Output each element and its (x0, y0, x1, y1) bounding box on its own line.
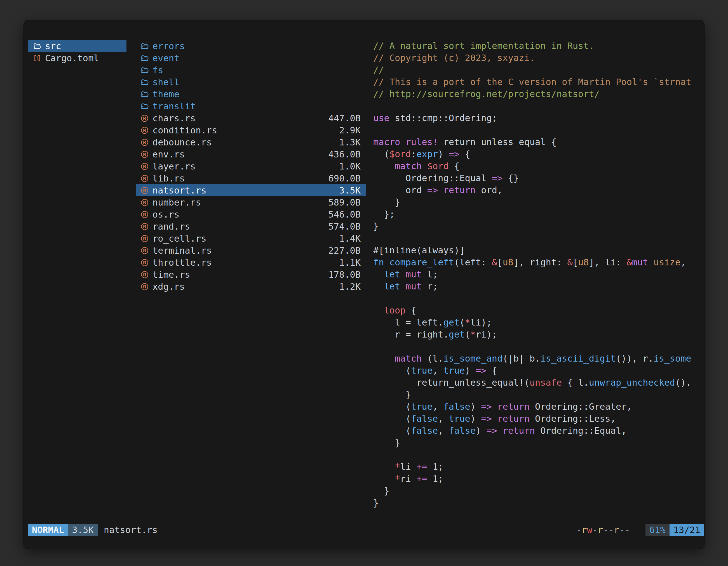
file-size: 1.0K (339, 161, 361, 172)
rust-icon: R (140, 259, 149, 267)
folder-icon (140, 90, 149, 98)
file-row[interactable]: translit (136, 100, 366, 112)
file-row[interactable]: Ros.rs546.0B (136, 208, 366, 220)
svg-text:R: R (143, 200, 147, 205)
file-row[interactable]: Rchars.rs447.0B (136, 112, 366, 124)
file-row[interactable]: Rnatsort.rs3.5K (136, 184, 366, 196)
file-name: natsort.rs (152, 185, 206, 196)
file-name: ro_cell.rs (152, 233, 206, 244)
file-row[interactable]: errors (136, 40, 366, 52)
svg-text:R: R (143, 248, 147, 253)
rust-icon: R (140, 222, 149, 231)
terminal-window: srcCargo.toml errorseventfsshellthemetra… (24, 20, 704, 549)
file-name: fs (152, 65, 163, 76)
file-name: env.rs (152, 149, 185, 160)
file-name: Cargo.toml (45, 53, 99, 64)
preview-pane: // A natural sort implementation in Rust… (373, 40, 704, 524)
svg-text:R: R (143, 236, 147, 241)
file-name: xdg.rs (152, 281, 185, 292)
status-bar: NORMAL 3.5K natsort.rs -rw-r--r-- 61% 13… (28, 524, 704, 536)
svg-text:R: R (143, 224, 147, 229)
parent-pane: srcCargo.toml (28, 40, 126, 524)
code-preview: // A natural sort implementation in Rust… (373, 40, 704, 509)
file-name: rand.rs (152, 221, 190, 232)
file-name: os.rs (152, 209, 179, 220)
svg-text:R: R (143, 116, 147, 121)
file-row[interactable]: src (28, 40, 126, 52)
file-name: condition.rs (152, 125, 217, 136)
rust-icon: R (140, 150, 149, 159)
file-name: event (152, 53, 179, 64)
folder-icon (33, 42, 41, 50)
file-name: lib.rs (152, 173, 185, 184)
file-row[interactable]: Rdebounce.rs1.3K (136, 136, 366, 148)
file-size: 574.0B (328, 221, 361, 232)
file-size: 2.9K (339, 125, 361, 136)
permissions: -rw-r--r-- (576, 525, 630, 535)
rust-icon: R (140, 162, 149, 171)
svg-text:R: R (143, 140, 147, 145)
rust-icon: R (140, 174, 149, 183)
file-name: src (45, 41, 61, 51)
file-name: theme (152, 89, 179, 100)
rust-icon: R (140, 271, 149, 279)
rust-icon: R (140, 247, 149, 255)
file-row[interactable]: Rterminal.rs227.0B (136, 245, 366, 257)
file-row[interactable]: Cargo.toml (28, 52, 126, 64)
file-row[interactable]: Rthrottle.rs1.1K (136, 257, 366, 269)
file-row[interactable]: fs (136, 64, 366, 76)
svg-text:R: R (143, 128, 147, 133)
rust-icon: R (140, 283, 149, 291)
file-size: 1.2K (339, 281, 361, 292)
rust-icon: R (140, 138, 149, 147)
file-row[interactable]: Rro_cell.rs1.4K (136, 233, 366, 245)
folder-icon (140, 78, 149, 86)
file-list-pane: errorseventfsshellthemetranslitRchars.rs… (136, 40, 366, 524)
cursor-position-badge: 13/21 (670, 524, 704, 536)
file-name: chars.rs (152, 113, 196, 124)
rust-icon: R (140, 210, 149, 219)
file-size: 1.3K (339, 137, 361, 148)
file-name: time.rs (152, 269, 190, 280)
pane-divider (369, 28, 369, 523)
rust-icon: R (140, 234, 149, 243)
svg-text:R: R (143, 164, 147, 169)
file-name: number.rs (152, 197, 201, 208)
screen: { "colors": { "selection_bg": "#2b5c8e",… (0, 0, 728, 566)
file-row[interactable]: Rtime.rs178.0B (136, 269, 366, 281)
file-row[interactable]: event (136, 52, 366, 64)
file-size: 3.5K (339, 185, 361, 196)
file-row[interactable]: theme (136, 88, 366, 100)
file-row[interactable]: Renv.rs436.0B (136, 148, 366, 160)
file-size: 1.4K (339, 233, 361, 244)
file-name: shell (152, 77, 179, 88)
svg-text:R: R (143, 152, 147, 157)
file-size: 589.0B (328, 197, 361, 208)
toml-icon (33, 54, 41, 62)
file-row[interactable]: Rxdg.rs1.2K (136, 281, 366, 292)
rust-icon: R (140, 114, 149, 123)
svg-text:R: R (143, 188, 147, 193)
file-row[interactable]: Rrand.rs574.0B (136, 220, 366, 233)
svg-text:R: R (143, 212, 147, 217)
scroll-percent-badge: 61% (645, 524, 670, 536)
rust-icon: R (140, 126, 149, 135)
svg-text:R: R (143, 284, 147, 289)
file-row[interactable]: Rlayer.rs1.0K (136, 160, 366, 172)
rust-icon: R (140, 198, 149, 207)
file-name: debounce.rs (152, 137, 212, 148)
mode-badge: NORMAL (28, 524, 68, 536)
file-row[interactable]: Rcondition.rs2.9K (136, 124, 366, 136)
file-row[interactable]: shell (136, 76, 366, 88)
folder-icon (140, 42, 149, 50)
file-row[interactable]: Rlib.rs690.0B (136, 172, 366, 184)
rust-icon: R (140, 186, 149, 195)
folder-icon (140, 66, 149, 74)
file-size: 227.0B (328, 245, 361, 256)
status-left: NORMAL 3.5K natsort.rs (28, 524, 158, 536)
svg-text:R: R (143, 260, 147, 265)
file-name: translit (152, 101, 196, 112)
status-filename: natsort.rs (104, 525, 158, 535)
file-row[interactable]: Rnumber.rs589.0B (136, 196, 366, 208)
folder-icon (140, 102, 149, 111)
